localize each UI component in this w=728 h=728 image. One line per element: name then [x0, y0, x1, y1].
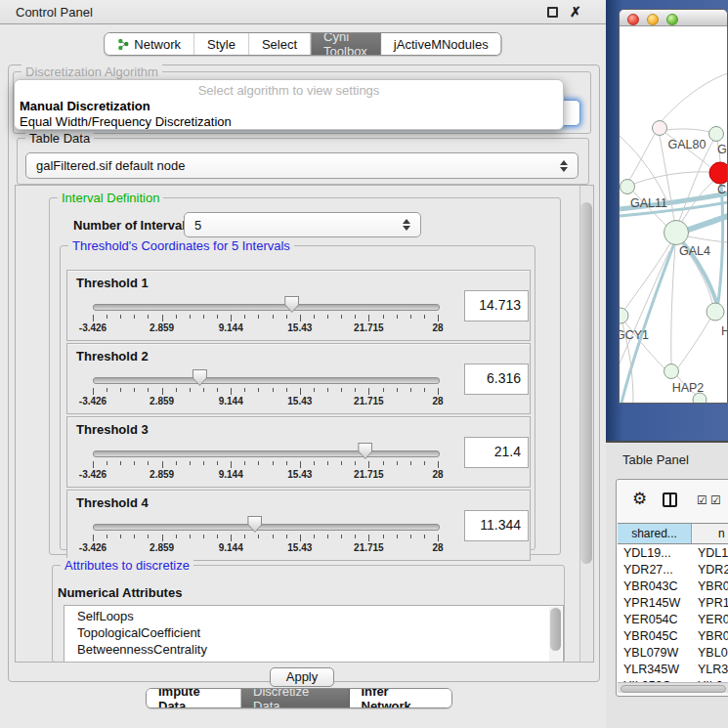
- slider-tick: [397, 461, 398, 465]
- table-row[interactable]: YBR045CYBR0: [618, 628, 728, 645]
- table-hscrollbar-thumb[interactable]: [621, 685, 726, 693]
- attribute-item-betweennesscentrality[interactable]: BetweennessCentrality: [64, 641, 576, 658]
- slider-tick: [383, 461, 384, 465]
- table-row[interactable]: YBL079WYBL0: [618, 645, 728, 662]
- edge-highlighted[interactable]: [621, 243, 674, 403]
- tab-jactivemnodules[interactable]: jActiveMNodules: [381, 33, 501, 55]
- node-red[interactable]: [709, 162, 728, 184]
- panel-scrollbar-thumb[interactable]: [580, 202, 592, 564]
- slider-tick: [244, 535, 245, 538]
- node-green[interactable]: [664, 221, 689, 245]
- threshold-value-field[interactable]: 6.316: [464, 364, 529, 395]
- slider-track[interactable]: [93, 304, 440, 311]
- popup-option-equal-width[interactable]: Equal Width/Frequency Discretization: [20, 114, 232, 129]
- slider-tick: [341, 315, 342, 319]
- slider-tick: [327, 461, 328, 465]
- edge[interactable]: [662, 73, 728, 121]
- slider-tick: [424, 535, 425, 538]
- threshold-label: Threshold 4: [76, 495, 149, 510]
- node-label-gal80: GAL80: [668, 138, 707, 151]
- column-header-shared[interactable]: shared...: [618, 524, 692, 543]
- edge[interactable]: [634, 172, 710, 184]
- gear-icon[interactable]: ⚙: [632, 491, 647, 507]
- node-green[interactable]: [621, 180, 635, 194]
- edge[interactable]: [678, 319, 710, 367]
- slider-track[interactable]: [93, 450, 440, 457]
- node-green[interactable]: [707, 303, 724, 321]
- table-row[interactable]: YLR345WYLR3: [618, 662, 728, 678]
- attribute-item-topologicalcoefficient[interactable]: TopologicalCoefficient: [64, 624, 576, 641]
- close-traffic-light[interactable]: [627, 14, 639, 25]
- split-columns-icon[interactable]: [663, 492, 677, 507]
- slider-tick: [258, 388, 259, 392]
- select-all-icon[interactable]: ☑: [710, 494, 721, 506]
- table-row[interactable]: YPR145WYPR1: [618, 595, 728, 612]
- cell-shared-name: YDR27...: [623, 562, 673, 578]
- slider-tick: [176, 461, 177, 465]
- numerical-attributes-list[interactable]: SelfLoopsTopologicalCoefficientBetweenne…: [64, 605, 564, 663]
- slider-tick: [438, 535, 439, 541]
- table-data-value: galFiltered.sif default node: [36, 158, 185, 173]
- table-data-combobox[interactable]: galFiltered.sif default node: [25, 152, 578, 179]
- threshold-value-field[interactable]: 21.4: [464, 437, 529, 468]
- tab-style[interactable]: Style: [194, 33, 249, 55]
- slider-tick: [231, 388, 232, 395]
- node-pink[interactable]: [653, 121, 667, 136]
- tick-label: -3.426: [79, 542, 107, 553]
- popup-option-manual-discretization[interactable]: Manual Discretization: [20, 99, 150, 113]
- node-green[interactable]: [620, 308, 628, 323]
- network-window-titlebar[interactable]: [620, 10, 728, 26]
- slider-tick: [190, 461, 191, 465]
- apply-button[interactable]: Apply: [270, 667, 334, 687]
- slider-track[interactable]: [93, 377, 440, 384]
- tab-network[interactable]: Network: [105, 33, 194, 55]
- slider-track[interactable]: [93, 524, 440, 531]
- slider-tick: [203, 461, 204, 465]
- table-row[interactable]: YDR27...YDR2: [618, 562, 728, 578]
- threshold-3-panel: Threshold 3-3.4262.8599.14415.4321.71528…: [66, 416, 531, 488]
- zoom-traffic-light[interactable]: [666, 14, 678, 25]
- node-table: ⚙ ☑ ☑ shared... n YDL19...YDL1YDR27...YD…: [616, 479, 728, 697]
- node-green[interactable]: [709, 127, 724, 142]
- show-columns-icon[interactable]: ☑: [697, 494, 707, 506]
- tab-select[interactable]: Select: [249, 33, 311, 55]
- tab-infer-network[interactable]: Infer Network: [350, 689, 452, 707]
- column-header-name[interactable]: n: [693, 524, 728, 543]
- edge[interactable]: [671, 245, 675, 364]
- slider-tick: [341, 535, 342, 538]
- slider-tick: [120, 315, 121, 319]
- panel-title: Control Panel: [16, 5, 93, 20]
- threshold-value-field[interactable]: 11.344: [464, 510, 529, 541]
- tab-discretize-data[interactable]: Discretize Data: [241, 689, 349, 707]
- slider-tick: [273, 461, 274, 465]
- interval-definition-title: Interval Definition: [58, 191, 163, 205]
- table-row[interactable]: YBR043CYBR0: [618, 578, 728, 595]
- network-canvas[interactable]: GAL80GCGAL11GAL4GCY1HHAP2: [620, 26, 728, 404]
- minimize-traffic-light[interactable]: [647, 14, 659, 25]
- slider-tick: [383, 315, 384, 319]
- attributes-group-title: Attributes to discretize: [61, 558, 193, 573]
- number-of-intervals-combobox[interactable]: 5: [184, 212, 421, 237]
- table-row[interactable]: YDL19...YDL1: [618, 545, 728, 562]
- close-icon[interactable]: ✗: [570, 4, 581, 20]
- table-hscrollbar[interactable]: [618, 682, 728, 693]
- tab-label: Cyni Toolbox: [323, 32, 367, 56]
- node-green[interactable]: [664, 364, 679, 379]
- node-label-g: G: [717, 143, 727, 156]
- spinner-arrows-icon: [560, 160, 568, 172]
- edge[interactable]: [666, 129, 709, 132]
- threshold-label: Threshold 2: [76, 349, 149, 364]
- slider-tick: [410, 535, 411, 538]
- slider-tick: [355, 388, 356, 392]
- slider-tick: [148, 315, 149, 319]
- attribute-item-selfloops[interactable]: SelfLoops: [64, 608, 576, 624]
- tab-impute-data[interactable]: Impute Data: [147, 689, 241, 707]
- slider-tick: [217, 461, 218, 465]
- float-window-icon[interactable]: [547, 7, 558, 18]
- cell-name: YBL0: [698, 645, 728, 662]
- table-rows: YDL19...YDL1YDR27...YDR2YBR043CYBR0YPR14…: [618, 545, 728, 682]
- tab-cyni-toolbox[interactable]: Cyni Toolbox: [311, 33, 381, 55]
- table-row[interactable]: YER054CYER0: [618, 612, 728, 628]
- threshold-value-field[interactable]: 14.713: [464, 290, 529, 321]
- node-label-gal11: GAL11: [630, 196, 667, 210]
